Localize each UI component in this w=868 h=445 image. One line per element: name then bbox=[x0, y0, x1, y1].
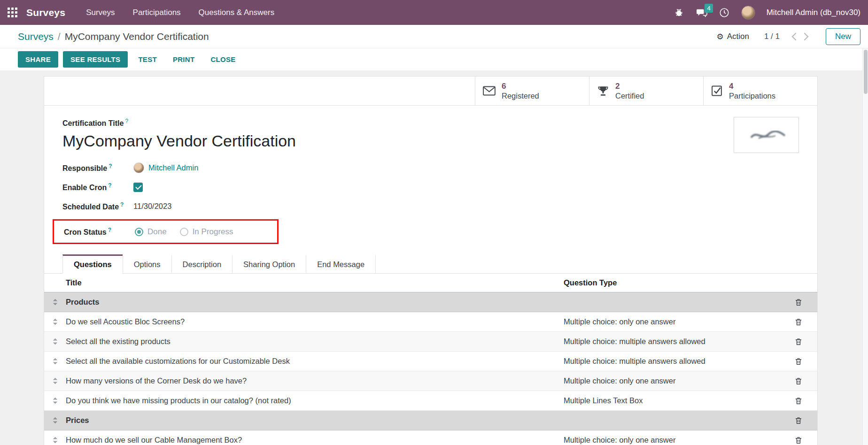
help-icon[interactable]: ? bbox=[108, 163, 112, 169]
stat-certified-button[interactable]: 2 Certified bbox=[589, 77, 703, 105]
user-avatar[interactable] bbox=[741, 6, 755, 20]
user-menu[interactable]: Mitchell Admin (db_nov30) bbox=[767, 8, 860, 17]
drag-handle-icon[interactable] bbox=[44, 338, 66, 345]
row-question-type: Multiple choice: only one answer bbox=[564, 436, 780, 445]
table-header: Title Question Type bbox=[44, 274, 817, 292]
help-icon[interactable]: ? bbox=[108, 182, 111, 189]
enable-cron-label: Enable Cron? bbox=[62, 182, 133, 192]
pager-next-icon[interactable] bbox=[800, 31, 813, 43]
registered-count: 6 bbox=[502, 81, 539, 91]
stat-registered-button[interactable]: 6 Registered bbox=[475, 77, 589, 105]
row-question-type: Multiple Lines Text Box bbox=[564, 396, 780, 405]
cron-status-option-in-progress[interactable]: In Progress bbox=[180, 227, 233, 237]
drag-handle-icon[interactable] bbox=[44, 397, 66, 405]
menu-participations[interactable]: Participations bbox=[133, 8, 181, 17]
table-row[interactable]: How many versions of the Corner Desk do … bbox=[44, 371, 817, 391]
app-name[interactable]: Surveys bbox=[26, 7, 65, 18]
trash-icon[interactable] bbox=[780, 317, 817, 326]
scheduled-date-field: Scheduled Date? 11/30/2023 bbox=[62, 200, 799, 213]
registered-label: Registered bbox=[502, 91, 539, 101]
drag-handle-icon[interactable] bbox=[44, 436, 66, 444]
tab-end-message[interactable]: End Message bbox=[306, 254, 376, 274]
cron-status-label: Cron Status? bbox=[64, 227, 135, 237]
responsible-value[interactable]: Mitchell Admin bbox=[148, 163, 198, 172]
new-button[interactable]: New bbox=[826, 28, 860, 45]
share-button[interactable]: SHARE bbox=[18, 51, 58, 68]
drag-handle-icon[interactable] bbox=[44, 416, 66, 424]
cron-status-option-done[interactable]: Done bbox=[135, 227, 167, 237]
tab-sharing-option[interactable]: Sharing Option bbox=[232, 254, 306, 274]
row-title: Products bbox=[66, 298, 564, 307]
messages-icon[interactable]: 4 bbox=[696, 7, 707, 18]
activities-clock-icon[interactable] bbox=[719, 7, 730, 18]
menu-surveys[interactable]: Surveys bbox=[86, 8, 115, 17]
table-row-section[interactable]: Products bbox=[44, 292, 817, 312]
table-row[interactable]: Select all the existing products Multipl… bbox=[44, 332, 817, 352]
debug-bug-icon[interactable] bbox=[674, 7, 685, 18]
gear-icon: ⚙ bbox=[716, 32, 723, 41]
menu-questions-answers[interactable]: Questions & Answers bbox=[199, 8, 275, 17]
stat-participations-button[interactable]: 4 Participations bbox=[703, 77, 817, 105]
table-row[interactable]: How much do we sell our Cable Management… bbox=[44, 430, 817, 445]
trash-icon[interactable] bbox=[780, 396, 817, 405]
table-row[interactable]: Select all the available customizations … bbox=[44, 352, 817, 371]
survey-title-input[interactable]: MyCompany Vendor Certification bbox=[62, 132, 799, 150]
cron-status-done-label: Done bbox=[147, 227, 167, 237]
trash-icon[interactable] bbox=[780, 298, 817, 307]
close-button[interactable]: CLOSE bbox=[205, 51, 241, 68]
table-row[interactable]: Do you think we have missing products in… bbox=[44, 391, 817, 411]
breadcrumb-current: MyCompany Vendor Certification bbox=[65, 31, 209, 42]
drag-handle-icon[interactable] bbox=[44, 377, 66, 385]
drag-handle-icon[interactable] bbox=[44, 298, 66, 306]
tab-questions[interactable]: Questions bbox=[62, 254, 123, 274]
stat-button-bar: 6 Registered 2 Certified bbox=[44, 77, 817, 106]
vertical-scrollbar[interactable] bbox=[862, 48, 868, 445]
row-question-type: Multiple choice: only one answer bbox=[564, 376, 780, 385]
radio-unselected-icon[interactable] bbox=[180, 228, 188, 236]
action-menu-button[interactable]: ⚙ Action bbox=[716, 32, 749, 41]
tab-options[interactable]: Options bbox=[123, 254, 172, 274]
drag-handle-icon[interactable] bbox=[44, 357, 66, 365]
scheduled-date-label: Scheduled Date? bbox=[62, 201, 133, 211]
help-icon[interactable]: ? bbox=[120, 201, 124, 208]
help-icon[interactable]: ? bbox=[108, 227, 111, 233]
pager-previous-icon[interactable] bbox=[788, 31, 800, 43]
apps-menu-icon[interactable] bbox=[8, 8, 18, 18]
envelope-icon bbox=[483, 86, 496, 96]
see-results-button[interactable]: SEE RESULTS bbox=[63, 51, 128, 68]
top-navbar: Surveys Surveys Participations Questions… bbox=[0, 0, 868, 25]
form-fields: Certification Title? MyCompany Vendor Ce… bbox=[44, 106, 817, 244]
breadcrumb-surveys-link[interactable]: Surveys bbox=[18, 31, 54, 42]
radio-selected-icon[interactable] bbox=[135, 228, 143, 236]
background-image-field[interactable] bbox=[734, 117, 799, 153]
action-label: Action bbox=[727, 32, 749, 41]
responsible-avatar bbox=[133, 162, 144, 173]
responsible-field: Responsible? Mitchell Admin bbox=[62, 161, 799, 174]
certification-title-label: Certification Title bbox=[62, 119, 124, 127]
help-icon[interactable]: ? bbox=[125, 118, 128, 124]
table-row[interactable]: Do we sell Acoustic Bloc Screens? Multip… bbox=[44, 312, 817, 332]
trash-icon[interactable] bbox=[780, 436, 817, 445]
print-button[interactable]: PRINT bbox=[167, 51, 201, 68]
table-row-section[interactable]: Prices bbox=[44, 411, 817, 430]
drag-handle-icon[interactable] bbox=[44, 318, 66, 326]
trash-icon[interactable] bbox=[780, 357, 817, 366]
questions-table: Title Question Type Products Do we sell … bbox=[44, 274, 817, 445]
test-button[interactable]: TEST bbox=[132, 51, 163, 68]
header-title[interactable]: Title bbox=[66, 278, 564, 287]
trash-icon[interactable] bbox=[780, 337, 817, 346]
row-title: Do you think we have missing products in… bbox=[66, 396, 564, 405]
scheduled-date-value[interactable]: 11/30/2023 bbox=[133, 202, 171, 211]
notebook-tabs: Questions Options Description Sharing Op… bbox=[44, 254, 817, 274]
trash-icon[interactable] bbox=[780, 416, 817, 425]
tab-description[interactable]: Description bbox=[171, 254, 233, 274]
enable-cron-checkbox[interactable] bbox=[133, 183, 143, 192]
trash-icon[interactable] bbox=[780, 376, 817, 385]
pager-counter: 1 / 1 bbox=[764, 32, 780, 41]
main-content: 6 Registered 2 Certified bbox=[0, 70, 868, 445]
row-title: Do we sell Acoustic Bloc Screens? bbox=[66, 317, 564, 326]
scrollbar-thumb[interactable] bbox=[864, 50, 868, 94]
header-question-type[interactable]: Question Type bbox=[564, 278, 780, 287]
breadcrumb-separator: / bbox=[58, 31, 61, 42]
certified-label: Certified bbox=[615, 91, 644, 101]
